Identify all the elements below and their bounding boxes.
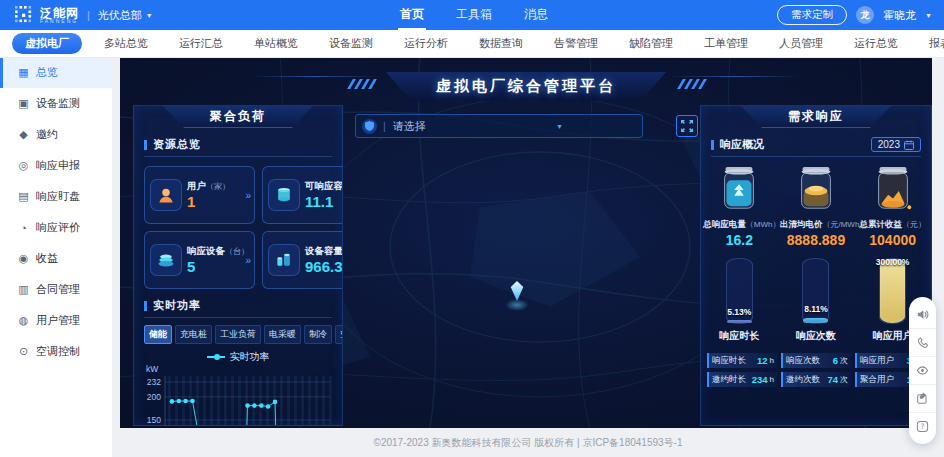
eye-icon — [916, 364, 929, 377]
ptab-cooling[interactable]: 制冷 — [304, 325, 332, 344]
title-divider-line — [670, 76, 800, 77]
phone-button[interactable] — [909, 329, 936, 357]
contract-icon: ▥ — [17, 283, 30, 296]
card-value: 1 — [187, 193, 230, 210]
demand-customize-button[interactable]: 需求定制 — [777, 5, 847, 25]
response-gauges: 5.13% 响应时长 8.11% 响应次数 300.00% 响应用户 — [701, 258, 931, 343]
fullscreen-button[interactable] — [676, 115, 698, 137]
kpi-clearing-price: 出清均电价（元/MWh） 8888.889 — [780, 165, 852, 248]
tab-multi-station[interactable]: 多站总览 — [95, 33, 157, 54]
card-respondable-capacity[interactable]: 可响应容量（kW） 11.1 » — [262, 166, 343, 224]
revenue-icon: ◉ — [17, 252, 30, 265]
sidebar-item-response-evaluate[interactable]: ◔响应评价 — [0, 212, 112, 243]
sidebar-item-contract-mgmt[interactable]: ▥合同管理 — [0, 274, 112, 305]
station-select[interactable]: | 请选择 ▼ — [355, 114, 643, 138]
response-watch-icon: ▤ — [17, 190, 30, 203]
tab-workorder-mgmt[interactable]: 工单管理 — [695, 33, 757, 54]
device-stack-icon — [150, 244, 182, 276]
sidebar-item-user-mgmt[interactable]: ◍用户管理 — [0, 305, 112, 336]
tab-data-query[interactable]: 数据查询 — [470, 33, 532, 54]
tab-alarm-mgmt[interactable]: 告警管理 — [545, 33, 607, 54]
top-nav-toolbox[interactable]: 工具箱 — [454, 0, 494, 30]
logo-dots-icon — [14, 5, 34, 25]
card-value: 5 — [187, 258, 249, 275]
gold-jar-icon — [871, 165, 915, 213]
ptab-electric-heating[interactable]: 电采暖 — [264, 325, 301, 344]
copyright-text: ©2017-2023 新奥数能科技有限公司 版权所有 | 京ICP备180415… — [374, 436, 683, 450]
gauge-cylinder — [879, 258, 906, 324]
tab-report[interactable]: 报表 — [920, 33, 944, 54]
card-device-capacity[interactable]: 设备容量（kW） 966.33 » — [262, 231, 343, 289]
realtime-power-chart: kW 100150200232 — [138, 366, 338, 426]
tab-run-analysis[interactable]: 运行分析 — [395, 33, 457, 54]
chevron-down-icon[interactable]: ▼ — [925, 12, 932, 19]
kpi-total-revenue: 总累计收益（元） 104000 — [857, 165, 929, 248]
panel-header: 需求响应 — [741, 106, 891, 128]
divider: | — [87, 9, 90, 21]
org-switcher[interactable]: 光伏总部 ▼ — [98, 8, 153, 23]
stat-response-count[interactable]: 响应次数6次 — [781, 353, 851, 368]
response-kpi-jars: 总响应电量（MWh） 16.2 出清均电价（元/MWh） 8888.889 — [701, 165, 931, 248]
ptab-storage[interactable]: 储能 — [144, 325, 172, 344]
tab-device-monitor[interactable]: 设备监测 — [320, 33, 382, 54]
stat-invitation-duration[interactable]: 邀约时长234h — [707, 372, 777, 387]
sidebar-item-overview[interactable]: ▦总览 — [0, 57, 112, 88]
tab-personnel-mgmt[interactable]: 人员管理 — [770, 33, 832, 54]
top-nav-messages[interactable]: 消息 — [522, 0, 550, 30]
avatar[interactable]: 龙 — [856, 6, 874, 24]
response-stats-grid: 响应时长12h 响应次数6次 响应用户3家 邀约时长234h 邀约次数74次 聚… — [707, 353, 925, 387]
resource-overview-title: 资源总览 — [144, 137, 332, 157]
ptab-ac[interactable]: 空调 — [335, 325, 343, 344]
floating-toolbar: ? — [909, 297, 936, 444]
sidebar-item-ac-control[interactable]: ⊙空调控制 — [0, 336, 112, 367]
card-value: 966.33 — [305, 258, 343, 275]
brand-logo[interactable]: 泛能网 FANNENG — [14, 5, 79, 25]
card-users[interactable]: 用户（家） 1 » — [144, 166, 255, 224]
gauge-response-duration: 5.13% 响应时长 — [704, 258, 774, 343]
overview-icon: ▦ — [17, 66, 30, 79]
chart-legend: 实时功率 — [134, 350, 342, 364]
stat-response-duration[interactable]: 响应时长12h — [707, 353, 777, 368]
panel-header: 聚合负荷 — [163, 106, 313, 128]
tab-run-summary[interactable]: 运行汇总 — [170, 33, 232, 54]
map-location-marker[interactable] — [504, 281, 530, 315]
tab-run-overview[interactable]: 运行总览 — [845, 33, 907, 54]
card-response-devices[interactable]: 响应设备（台） 5 » — [144, 231, 255, 289]
water-jar-icon — [717, 165, 761, 213]
tab-single-station[interactable]: 单站概览 — [245, 33, 307, 54]
ptab-industrial-load[interactable]: 工业负荷 — [215, 325, 261, 344]
device-monitor-icon: ▣ — [17, 97, 30, 110]
sidebar-item-response-declare[interactable]: ◎响应申报 — [0, 150, 112, 181]
brand-subtitle: FANNENG — [40, 19, 79, 24]
chevron-down-icon: ▼ — [556, 123, 563, 130]
footer: ©2017-2023 新奥数能科技有限公司 版权所有 | 京ICP备180415… — [112, 428, 944, 457]
speaker-button[interactable] — [909, 301, 936, 329]
top-nav-home[interactable]: 首页 — [398, 0, 426, 30]
coin-jar-icon — [794, 165, 838, 213]
svg-text:232: 232 — [147, 377, 161, 387]
kpi-value: 16.2 — [703, 232, 775, 248]
ptab-charging-pile[interactable]: 充电桩 — [175, 325, 212, 344]
shield-icon — [362, 119, 377, 134]
view-button[interactable] — [909, 357, 936, 385]
sidebar-item-device-monitor[interactable]: ▣设备监测 — [0, 88, 112, 119]
legend-line-icon — [207, 356, 225, 358]
year-selector[interactable]: 2023 — [871, 137, 921, 152]
tab-defect-mgmt[interactable]: 缺陷管理 — [620, 33, 682, 54]
location-pin-icon — [510, 281, 524, 301]
y-axis-unit: kW — [146, 364, 158, 374]
banner-slash-decoration — [350, 79, 374, 89]
sidebar-item-invitation[interactable]: ◆邀约 — [0, 119, 112, 150]
capacity-cylinders-icon — [268, 244, 300, 276]
sidebar-item-response-watch[interactable]: ▤响应盯盘 — [0, 181, 112, 212]
topbar: 泛能网 FANNENG | 光伏总部 ▼ 首页 工具箱 消息 需求定制 龙 霍晓… — [0, 0, 944, 30]
banner-slash-decoration — [680, 79, 704, 89]
power-source-tabs: 储能 充电桩 工业负荷 电采暖 制冷 空调 — [144, 325, 332, 344]
edit-note-icon — [916, 392, 929, 405]
tab-virtual-power-plant[interactable]: 虚拟电厂 — [12, 33, 82, 54]
sidebar-item-revenue[interactable]: ◉收益 — [0, 243, 112, 274]
feedback-button[interactable] — [909, 385, 936, 413]
stat-invitation-count[interactable]: 邀约次数74次 — [781, 372, 851, 387]
help-button[interactable]: ? — [909, 413, 936, 440]
dashboard-title-banner: 虚拟电厂综合管理平台 — [386, 72, 666, 101]
